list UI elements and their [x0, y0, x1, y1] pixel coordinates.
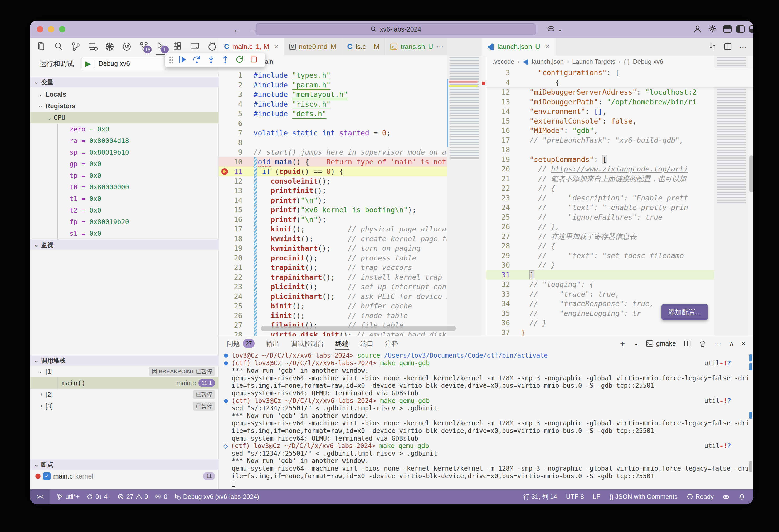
register-row[interactable]: zero = 0x0 — [30, 123, 219, 135]
line-number[interactable]: 30 — [486, 260, 517, 270]
code-line[interactable]: 1#include "types.h" — [219, 71, 486, 80]
line-number[interactable]: 20 — [219, 253, 250, 263]
code-line[interactable]: 36 // } — [486, 318, 753, 328]
callstack-thread-3[interactable]: ⌄ [3] 已暂停 — [30, 400, 219, 412]
debug-status[interactable]: Debug xv6 (xv6-labs-2024) — [174, 493, 259, 501]
register-row[interactable]: sp = 0x80019b10 — [30, 146, 219, 158]
horizontal-scrollbar[interactable] — [261, 326, 456, 331]
code-line[interactable]: 15 printf("xv6 kernel is booting\n"); — [219, 205, 486, 215]
line-number[interactable]: 36 — [486, 318, 517, 328]
code-line[interactable]: 26 iinit(); // inode table — [219, 311, 486, 321]
line-number[interactable]: 27 — [486, 232, 517, 242]
minimize-window-button[interactable] — [48, 26, 54, 32]
line-number[interactable]: 12 — [486, 87, 517, 97]
debug-config-select[interactable]: ▶ Debug xv6 — [82, 57, 166, 70]
code-line[interactable]: 21 trapinit(); // trap vectors — [219, 263, 486, 273]
line-number[interactable]: 24 — [219, 292, 250, 302]
bell-icon[interactable] — [738, 493, 745, 500]
code-line[interactable]: 10void main() { Return type of 'main' is… — [219, 157, 486, 167]
close-icon[interactable]: × — [545, 42, 550, 51]
code-line[interactable]: 19 "setupCommands": [ — [486, 155, 753, 164]
line-number[interactable]: 13 — [219, 186, 250, 196]
line-number[interactable]: 37 — [486, 328, 517, 336]
callstack-frame-main[interactable]: main() main.c 11:1 — [30, 377, 219, 389]
breadcrumb-symbol[interactable]: Debug xv6 — [633, 58, 663, 65]
line-number[interactable]: 6 — [219, 119, 250, 129]
toggle-sidebar-icon[interactable] — [736, 25, 745, 32]
line-number[interactable]: 2 — [219, 80, 250, 90]
sync-status[interactable]: 0↓ 4↑ — [86, 493, 110, 501]
command-center-search[interactable]: xv6-labs-2024 — [256, 23, 536, 35]
variables-section-header[interactable]: ⌄ 变量 — [30, 77, 219, 87]
breakpoints-section-header[interactable]: ⌄ 断点 — [30, 460, 219, 470]
open-changes-icon[interactable] — [708, 43, 717, 51]
code-line[interactable]: 3 "configurations": [ — [486, 68, 753, 78]
code-line[interactable]: 29 // "text": "set tdesc filename — [486, 251, 753, 261]
code-area[interactable]: 1#include "types.h"2#include "param.h"3#… — [219, 71, 486, 336]
code-line[interactable]: 16 printf("\n"); — [219, 215, 486, 225]
tab-note0-md[interactable]: M note0.md M — [284, 38, 342, 55]
line-number[interactable]: 14 — [219, 196, 250, 205]
callstack-thread-2[interactable]: ⌄ [2] 已暂停 — [30, 389, 219, 400]
breakpoint-hit-icon[interactable] — [221, 168, 228, 175]
code-line[interactable]: 20 procinit(); // process table — [219, 253, 486, 263]
more-tabs-icon[interactable]: ⋯ — [436, 43, 443, 51]
command-decoration-icon[interactable] — [224, 399, 228, 403]
line-number[interactable]: 24 — [486, 203, 517, 212]
cursor-position[interactable]: 行 31, 列 14 — [523, 492, 557, 501]
code-line[interactable]: 12 consoleinit(); — [219, 177, 486, 186]
line-number[interactable]: 14 — [486, 107, 517, 116]
tab-ls-c[interactable]: C ls.c M — [342, 38, 385, 55]
code-line[interactable]: 7volatile static int started = 0; — [219, 128, 486, 138]
line-number[interactable]: 22 — [219, 273, 250, 282]
line-number[interactable]: 19 — [219, 244, 250, 253]
start-debug-icon[interactable]: ▶ — [85, 59, 95, 68]
code-line[interactable]: 25 // "ignoreFailures": true — [486, 212, 753, 222]
toggle-panel-icon[interactable] — [750, 25, 753, 32]
encoding[interactable]: UTF-8 — [566, 493, 584, 501]
terminal-scrollbar[interactable] — [749, 351, 753, 489]
breadcrumb-dir[interactable]: .vscode — [492, 58, 515, 65]
command-decoration-icon[interactable] — [224, 354, 228, 358]
search-icon[interactable] — [52, 39, 65, 54]
cpu-row[interactable]: ⌄ CPU — [30, 112, 219, 123]
code-line[interactable]: 18 kvminit(); // create kernel page tabl… — [219, 234, 486, 244]
scrollbar-thumb[interactable] — [750, 461, 752, 472]
register-row[interactable]: ra = 0x80004d18 — [30, 135, 219, 146]
registers-row[interactable]: ⌄ Registers — [30, 100, 219, 112]
line-number[interactable]: 31 — [486, 270, 517, 280]
line-number[interactable]: 28 — [219, 330, 250, 336]
register-row[interactable]: t1 = 0x0 — [30, 193, 219, 204]
line-number[interactable]: 9 — [219, 147, 250, 157]
chevron-down-icon[interactable]: ⌄ — [634, 340, 638, 347]
code-line[interactable]: 14 "environment": [], — [486, 107, 753, 116]
scrollbar-thumb[interactable] — [750, 155, 753, 192]
command-decoration-icon[interactable] — [224, 444, 228, 449]
line-number[interactable]: 28 — [486, 241, 517, 251]
step-over-button[interactable] — [192, 55, 201, 65]
minimap[interactable] — [714, 55, 748, 336]
line-number[interactable]: 26 — [219, 311, 250, 321]
code-line[interactable]: 5#include "defs.h" — [219, 109, 486, 119]
code-line[interactable]: 13 printfinit(); — [219, 186, 486, 196]
more-actions-icon[interactable]: ··· — [714, 339, 722, 348]
callstack-thread-1[interactable]: ⌄ [1] 因 BREAKPOINT 已暂停 — [30, 365, 219, 377]
line-number[interactable]: 27 — [219, 321, 250, 330]
github-hub-icon[interactable] — [120, 39, 134, 54]
line-number[interactable]: 4 — [486, 78, 517, 87]
terminal-instance-gmake[interactable]: gmake — [646, 339, 676, 347]
back-icon[interactable]: ← — [233, 24, 242, 35]
register-row[interactable]: t0 = 0x80000000 — [30, 181, 219, 193]
line-number[interactable]: 18 — [486, 145, 517, 155]
extensions-icon[interactable] — [171, 39, 185, 54]
line-number[interactable]: 23 — [219, 282, 250, 292]
code-line[interactable]: 13 "miDebuggerPath": "/opt/homebrew/bin/… — [486, 97, 753, 107]
watch-section-header[interactable]: ⌄ 监视 — [30, 240, 219, 250]
line-number[interactable]: 20 — [486, 164, 517, 174]
github-icon[interactable] — [205, 39, 219, 54]
editor-launch-json[interactable]: .vscode › launch.json › Launch Targets ›… — [486, 55, 753, 336]
code-line[interactable]: 37} — [486, 328, 753, 336]
terminal-output[interactable]: lov3@Cz ~/D/C/l/x/xv6-labs-2024> source … — [224, 352, 748, 488]
code-line[interactable]: 26 // }, — [486, 222, 753, 232]
tab-trans-sh[interactable]: >_ trans.sh U ⋯ — [385, 38, 449, 55]
